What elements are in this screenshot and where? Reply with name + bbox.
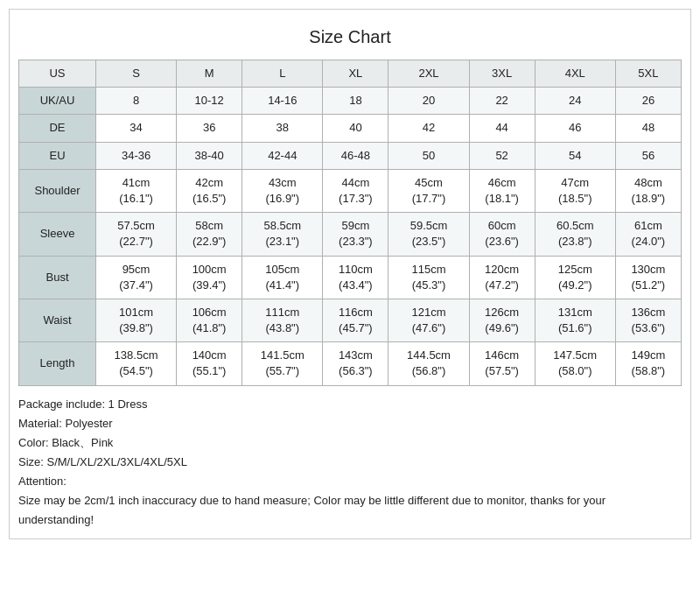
note-line: Size: S/M/L/XL/2XL/3XL/4XL/5XL bbox=[18, 453, 682, 472]
table-cell: 105cm(41.4") bbox=[242, 256, 323, 299]
table-cell: 46-48 bbox=[323, 142, 388, 169]
chart-title: Size Chart bbox=[18, 18, 682, 60]
table-cell: 58cm(22.9") bbox=[177, 213, 242, 256]
table-row: DE3436384042444648 bbox=[19, 115, 682, 142]
table-cell: 147.5cm(58.0") bbox=[535, 342, 615, 385]
table-cell: 57.5cm(22.7") bbox=[96, 213, 177, 256]
table-cell: 131cm(51.6") bbox=[535, 299, 615, 341]
header-cell: 2XL bbox=[388, 60, 469, 88]
table-cell: 45cm(17.7") bbox=[388, 169, 469, 212]
table-row: EU34-3638-4042-4446-4850525456 bbox=[19, 142, 682, 169]
note-line: Package include: 1 Dress bbox=[18, 395, 682, 414]
table-cell: 44cm(17.3") bbox=[323, 169, 388, 212]
note-line: Attention: bbox=[18, 472, 682, 491]
table-cell: 42-44 bbox=[242, 142, 323, 169]
table-cell: 48 bbox=[615, 115, 681, 142]
header-cell: 5XL bbox=[615, 60, 681, 88]
table-cell: 43cm(16.9") bbox=[242, 169, 323, 212]
row-label: Length bbox=[19, 342, 96, 385]
table-cell: 44 bbox=[469, 115, 535, 142]
table-cell: 111cm(43.8") bbox=[242, 299, 323, 341]
table-cell: 38 bbox=[242, 115, 323, 142]
table-cell: 58.5cm(23.1") bbox=[242, 213, 323, 256]
table-cell: 54 bbox=[535, 142, 615, 169]
table-cell: 46 bbox=[535, 115, 615, 142]
table-cell: 60cm(23.6") bbox=[469, 213, 535, 256]
header-cell: 4XL bbox=[535, 60, 615, 88]
table-cell: 18 bbox=[323, 88, 388, 115]
table-cell: 101cm(39.8") bbox=[96, 299, 177, 341]
table-cell: 116cm(45.7") bbox=[323, 299, 388, 341]
table-cell: 46cm(18.1") bbox=[469, 169, 535, 212]
table-row: UK/AU810-1214-161820222426 bbox=[19, 88, 682, 115]
table-cell: 36 bbox=[177, 115, 242, 142]
table-cell: 22 bbox=[469, 88, 535, 115]
table-cell: 14-16 bbox=[242, 88, 323, 115]
table-cell: 42 bbox=[388, 115, 469, 142]
table-cell: 146cm(57.5") bbox=[469, 342, 535, 385]
header-label: US bbox=[19, 60, 96, 88]
note-line: Color: Black、Pink bbox=[18, 433, 682, 453]
table-row: Bust95cm(37.4")100cm(39.4")105cm(41.4")1… bbox=[19, 256, 682, 299]
header-cell: 3XL bbox=[469, 60, 535, 88]
table-cell: 136cm(53.6") bbox=[615, 299, 681, 341]
table-cell: 10-12 bbox=[177, 88, 242, 115]
row-label: Sleeve bbox=[19, 213, 96, 256]
table-cell: 141.5cm(55.7") bbox=[242, 342, 323, 385]
table-cell: 50 bbox=[388, 142, 469, 169]
size-chart-container: Size Chart USSMLXL2XL3XL4XL5XLUK/AU810-1… bbox=[9, 9, 691, 539]
notes-section: Package include: 1 DressMaterial: Polyes… bbox=[18, 395, 682, 531]
table-cell: 100cm(39.4") bbox=[177, 256, 242, 299]
table-cell: 106cm(41.8") bbox=[177, 299, 242, 341]
table-cell: 34 bbox=[96, 115, 177, 142]
header-cell: M bbox=[177, 60, 242, 88]
table-cell: 138.5cm(54.5") bbox=[96, 342, 177, 385]
row-label: EU bbox=[19, 142, 96, 169]
row-label: Bust bbox=[19, 256, 96, 299]
table-cell: 26 bbox=[615, 88, 681, 115]
table-cell: 48cm(18.9") bbox=[615, 169, 681, 212]
table-cell: 125cm(49.2") bbox=[535, 256, 615, 299]
table-row: Waist101cm(39.8")106cm(41.8")111cm(43.8"… bbox=[19, 299, 682, 341]
table-cell: 47cm(18.5") bbox=[535, 169, 615, 212]
row-label: Waist bbox=[19, 299, 96, 341]
header-cell: XL bbox=[323, 60, 388, 88]
row-label: UK/AU bbox=[19, 88, 96, 115]
table-cell: 140cm(55.1") bbox=[177, 342, 242, 385]
table-cell: 143cm(56.3") bbox=[323, 342, 388, 385]
table-cell: 59cm(23.3") bbox=[323, 213, 388, 256]
table-cell: 130cm(51.2") bbox=[615, 256, 681, 299]
table-cell: 110cm(43.4") bbox=[323, 256, 388, 299]
table-cell: 121cm(47.6") bbox=[388, 299, 469, 341]
row-label: Shoulder bbox=[19, 169, 96, 212]
size-table: USSMLXL2XL3XL4XL5XLUK/AU810-1214-1618202… bbox=[18, 60, 682, 386]
table-cell: 126cm(49.6") bbox=[469, 299, 535, 341]
row-label: DE bbox=[19, 115, 96, 142]
table-cell: 56 bbox=[615, 142, 681, 169]
table-cell: 41cm(16.1") bbox=[96, 169, 177, 212]
table-cell: 59.5cm(23.5") bbox=[388, 213, 469, 256]
table-cell: 38-40 bbox=[177, 142, 242, 169]
table-cell: 40 bbox=[323, 115, 388, 142]
table-cell: 115cm(45.3") bbox=[388, 256, 469, 299]
table-cell: 8 bbox=[96, 88, 177, 115]
table-cell: 61cm(24.0") bbox=[615, 213, 681, 256]
table-cell: 24 bbox=[535, 88, 615, 115]
table-cell: 144.5cm(56.8") bbox=[388, 342, 469, 385]
table-cell: 20 bbox=[388, 88, 469, 115]
table-cell: 95cm(37.4") bbox=[96, 256, 177, 299]
table-cell: 149cm(58.8") bbox=[615, 342, 681, 385]
table-row: Shoulder41cm(16.1")42cm(16.5")43cm(16.9"… bbox=[19, 169, 682, 212]
header-cell: L bbox=[242, 60, 323, 88]
table-cell: 42cm(16.5") bbox=[177, 169, 242, 212]
table-cell: 34-36 bbox=[96, 142, 177, 169]
note-line: Size may be 2cm/1 inch inaccuracy due to… bbox=[18, 491, 682, 530]
header-cell: S bbox=[96, 60, 177, 88]
table-cell: 52 bbox=[469, 142, 535, 169]
table-cell: 60.5cm(23.8") bbox=[535, 213, 615, 256]
table-cell: 120cm(47.2") bbox=[469, 256, 535, 299]
table-row: Sleeve57.5cm(22.7")58cm(22.9")58.5cm(23.… bbox=[19, 213, 682, 256]
table-row: Length138.5cm(54.5")140cm(55.1")141.5cm(… bbox=[19, 342, 682, 385]
note-line: Material: Polyester bbox=[18, 414, 682, 433]
